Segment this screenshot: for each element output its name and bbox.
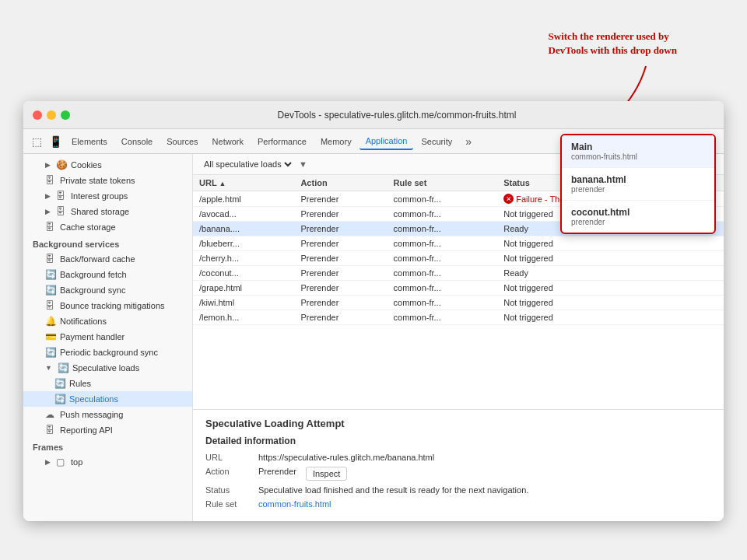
- device-icon[interactable]: 📱: [47, 133, 64, 150]
- tab-network[interactable]: Network: [206, 134, 250, 149]
- col-url[interactable]: URL ▲: [193, 175, 294, 191]
- detail-panel: Speculative Loading Attempt Detailed inf…: [193, 409, 724, 521]
- filter-arrow: ▼: [299, 159, 307, 169]
- cell-ruleset: common-fr...: [388, 281, 498, 296]
- tab-elements[interactable]: Elements: [65, 134, 114, 149]
- sidebar-label-notifications: Notifications: [60, 317, 107, 326]
- detail-title: Speculative Loading Attempt: [205, 418, 711, 429]
- tab-performance[interactable]: Performance: [251, 134, 313, 149]
- section-bg-services: Background services: [23, 235, 192, 251]
- cell-status: Not triggered: [497, 281, 724, 296]
- cell-ruleset: common-fr...: [388, 236, 498, 251]
- detail-url-value: https://speculative-rules.glitch.me/bana…: [258, 453, 434, 462]
- tab-console[interactable]: Console: [115, 134, 159, 149]
- renderer-popup: Main common-fruits.html banana.html prer…: [560, 134, 716, 234]
- inspect-button[interactable]: Inspect: [306, 467, 347, 481]
- tab-application[interactable]: Application: [359, 133, 414, 150]
- expand-icon-top: ▶: [45, 458, 51, 466]
- sidebar-label-speculations: Speculations: [69, 394, 118, 404]
- renderer-item-main[interactable]: Main common-fruits.html: [562, 135, 714, 168]
- table-row[interactable]: /kiwi.htmlPrerendercommon-fr...Not trigg…: [193, 296, 724, 310]
- sidebar-item-speculative-loads[interactable]: ▼ 🔄 Speculative loads: [23, 360, 192, 376]
- expand-icon-spec: ▼: [45, 364, 52, 372]
- sidebar-item-private-state[interactable]: 🗄 Private state tokens: [23, 173, 192, 188]
- sidebar-item-cache-storage[interactable]: 🗄 Cache storage: [23, 219, 192, 235]
- expand-icon: ▶: [45, 161, 51, 169]
- sidebar-label-private-state: Private state tokens: [60, 176, 135, 185]
- table-row[interactable]: /coconut...Prerendercommon-fr...Ready: [193, 266, 724, 281]
- sidebar: ▶ 🍪 Cookies 🗄 Private state tokens ▶ 🗄 I…: [23, 154, 193, 521]
- cell-action: Prerender: [294, 191, 387, 207]
- db-icon-3: 🗄: [56, 206, 67, 217]
- sidebar-item-shared-storage[interactable]: ▶ 🗄 Shared storage: [23, 204, 192, 219]
- cell-url: /blueberr...: [193, 236, 294, 251]
- detail-ruleset-link[interactable]: common-fruits.html: [258, 499, 331, 509]
- sidebar-label-cache-storage: Cache storage: [60, 222, 116, 232]
- tab-memory[interactable]: Memory: [314, 134, 358, 149]
- sidebar-item-bg-sync[interactable]: 🔄 Background sync: [23, 282, 192, 298]
- sidebar-label-top: top: [71, 457, 82, 467]
- sidebar-item-bounce[interactable]: 🗄 Bounce tracking mitigations: [23, 298, 192, 313]
- rules-icon: 🔄: [54, 378, 65, 389]
- traffic-lights: [33, 110, 70, 120]
- close-button[interactable]: [33, 110, 42, 120]
- cell-action: Prerender: [294, 236, 387, 251]
- table-row[interactable]: /cherry.h...Prerendercommon-fr...Not tri…: [193, 251, 724, 266]
- cell-ruleset: common-fr...: [388, 310, 498, 325]
- sidebar-item-speculations[interactable]: 🔄 Speculations: [23, 391, 192, 407]
- table-row[interactable]: /lemon.h...Prerendercommon-fr...Not trig…: [193, 310, 724, 325]
- sidebar-item-cookies[interactable]: ▶ 🍪 Cookies: [23, 157, 192, 173]
- sidebar-label-payment: Payment handler: [60, 332, 124, 341]
- renderer-item-banana[interactable]: banana.html prerender: [562, 168, 714, 201]
- sidebar-item-push[interactable]: ☁ Push messaging: [23, 407, 192, 422]
- table-row[interactable]: /grape.htmlPrerendercommon-fr...Not trig…: [193, 281, 724, 296]
- sidebar-item-periodic[interactable]: 🔄 Periodic background sync: [23, 345, 192, 360]
- detail-action-label: Action: [205, 467, 252, 476]
- expand-icon-2: ▶: [45, 192, 51, 200]
- push-icon: ☁: [45, 409, 56, 420]
- tab-sources[interactable]: Sources: [160, 134, 204, 149]
- cell-url: /grape.html: [193, 281, 294, 296]
- sidebar-label-shared-storage: Shared storage: [71, 207, 129, 216]
- sidebar-item-interest-groups[interactable]: ▶ 🗄 Interest groups: [23, 188, 192, 204]
- sidebar-item-notifications[interactable]: 🔔 Notifications: [23, 313, 192, 329]
- sidebar-item-bfcache[interactable]: 🗄 Back/forward cache: [23, 251, 192, 267]
- cell-ruleset: common-fr...: [388, 191, 498, 207]
- cell-action: Prerender: [294, 266, 387, 281]
- sidebar-label-speculative-loads: Speculative loads: [72, 363, 139, 373]
- cell-action: Prerender: [294, 310, 387, 325]
- window-title: DevTools - speculative-rules.glitch.me/c…: [79, 110, 714, 121]
- sidebar-item-rules[interactable]: 🔄 Rules: [23, 376, 192, 391]
- cell-url: /apple.html: [193, 191, 294, 207]
- renderer-item-coconut[interactable]: coconut.html prerender: [562, 201, 714, 233]
- sidebar-label-reporting: Reporting API: [60, 425, 113, 435]
- more-tabs-icon[interactable]: »: [460, 133, 477, 150]
- detail-status-label: Status: [205, 485, 252, 495]
- col-ruleset[interactable]: Rule set: [388, 175, 498, 191]
- sidebar-item-bg-fetch[interactable]: 🔄 Background fetch: [23, 267, 192, 282]
- sidebar-label-bg-sync: Background sync: [60, 285, 125, 295]
- tab-security[interactable]: Security: [415, 134, 458, 149]
- db-icon: 🗄: [45, 175, 56, 186]
- sidebar-label-interest-groups: Interest groups: [71, 191, 128, 201]
- table-row[interactable]: /blueberr...Prerendercommon-fr...Not tri…: [193, 236, 724, 251]
- col-action[interactable]: Action: [294, 175, 387, 191]
- sidebar-item-payment[interactable]: 💳 Payment handler: [23, 329, 192, 345]
- renderer-item-coconut-name: coconut.html: [571, 207, 705, 218]
- db-icon-2: 🗄: [56, 191, 67, 201]
- periodic-icon: 🔄: [45, 347, 56, 358]
- inspect-icon[interactable]: ⬚: [28, 133, 45, 150]
- bounce-icon: 🗄: [45, 300, 56, 311]
- renderer-item-banana-url: prerender: [571, 185, 705, 194]
- sidebar-item-reporting[interactable]: 🗄 Reporting API: [23, 422, 192, 438]
- cell-url: /coconut...: [193, 266, 294, 281]
- filter-dropdown[interactable]: All speculative loads: [201, 159, 294, 170]
- renderer-item-main-url: common-fruits.html: [571, 152, 705, 161]
- detail-row-url: URL https://speculative-rules.glitch.me/…: [205, 453, 711, 462]
- sidebar-label-rules: Rules: [69, 379, 91, 388]
- maximize-button[interactable]: [61, 110, 70, 120]
- minimize-button[interactable]: [47, 110, 56, 120]
- cell-ruleset: common-fr...: [388, 207, 498, 222]
- sidebar-item-top[interactable]: ▶ ▢ top: [23, 454, 192, 470]
- sidebar-label-push: Push messaging: [60, 410, 123, 419]
